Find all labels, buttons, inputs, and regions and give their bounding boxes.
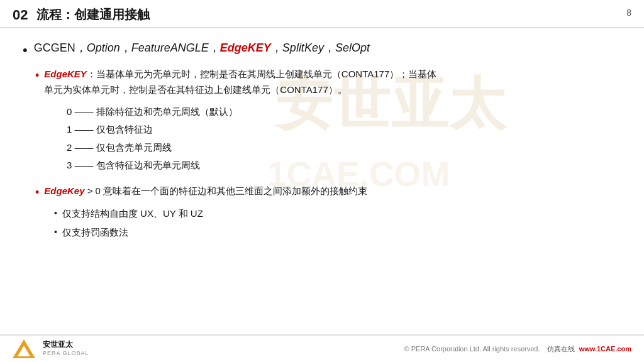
copyright-text: © PERA Corporation Ltd. All rights reser… <box>404 345 540 353</box>
header: 02 流程：创建通用接触 8 <box>0 0 644 28</box>
footer: 安世亚太 PERA GLOBAL © PERA Corporation Ltd.… <box>0 334 644 362</box>
bullet-l2-text: EdgeKEY：当基体单元为壳单元时，控制是否在其周线上创建线单元（CONTA1… <box>44 67 436 98</box>
slide-number: 02 <box>13 7 28 23</box>
numbered-item-1: 1 —— 仅包含特征边 <box>67 121 621 139</box>
bullet-l2-dot: • <box>35 67 39 85</box>
splitkey-text: SplitKey <box>282 41 324 54</box>
slide-title: 流程：创建通用接触 <box>36 6 150 23</box>
numbered-item-2: 2 —— 仅包含壳单元周线 <box>67 139 621 157</box>
sub-text-2: 仅支持罚函数法 <box>62 225 128 241</box>
sub-bullet-3-2: • 仅支持罚函数法 <box>54 225 621 241</box>
edgekey-text: EdgeKEY <box>220 41 271 54</box>
numbered-item-3: 3 —— 包含特征边和壳单元周线 <box>67 156 621 175</box>
footer-url-label: 仿真在线 <box>547 345 575 353</box>
footer-copyright: © PERA Corporation Ltd. All rights reser… <box>404 344 631 354</box>
selopt-text: SelOpt <box>335 41 370 54</box>
sub-bullet-3-1: • 仅支持结构自由度 UX、UY 和 UZ <box>54 206 621 222</box>
numbered-item-0: 0 —— 排除特征边和壳单元周线（默认） <box>67 103 621 121</box>
option-text: Option <box>87 41 120 54</box>
numbered-block: 0 —— 排除特征边和壳单元周线（默认） 1 —— 仅包含特征边 2 —— 仅包… <box>67 103 621 175</box>
bullet-l1-text: GCGEN，Option，FeatureANGLE，EdgeKEY，SplitK… <box>34 40 370 57</box>
bullet-2: • EdgeKEY：当基体单元为壳单元时，控制是否在其周线上创建线单元（CONT… <box>35 67 621 98</box>
url-text: www.1CAE.com <box>579 345 631 353</box>
bullet-l3-text: EdgeKey > 0 意味着在一个面的特征边和其他三维面之间添加额外的接触约束 <box>44 184 367 199</box>
bullet-1: • GCGEN，Option，FeatureANGLE，EdgeKEY，Spli… <box>23 40 621 60</box>
footer-url: 仿真在线 www.1CAE.com <box>547 345 631 353</box>
sub-text-1: 仅支持结构自由度 UX、UY 和 UZ <box>62 206 203 222</box>
featureangle-text: FeatureANGLE <box>131 41 209 54</box>
bullet-3: • EdgeKey > 0 意味着在一个面的特征边和其他三维面之间添加额外的接触… <box>35 184 621 202</box>
logo-name: 安世亚太 <box>43 340 89 350</box>
bullet-l1-dot: • <box>23 40 28 60</box>
logo-area: 安世亚太 PERA GLOBAL <box>13 339 89 358</box>
sub-dot-1: • <box>54 206 57 221</box>
logo-text: 安世亚太 PERA GLOBAL <box>43 340 89 357</box>
sub-dot-2: • <box>54 225 57 240</box>
bullet-l3-dot: • <box>35 184 39 202</box>
main-content: 安世亚太 1CAE.COM • GCGEN，Option，FeatureANGL… <box>0 28 644 250</box>
edgekey-label: EdgeKEY <box>44 69 87 79</box>
logo-sub: PERA GLOBAL <box>43 350 89 358</box>
edgekey-3: EdgeKey <box>44 185 84 196</box>
page-number: 8 <box>626 8 631 18</box>
logo-icon <box>13 339 35 358</box>
